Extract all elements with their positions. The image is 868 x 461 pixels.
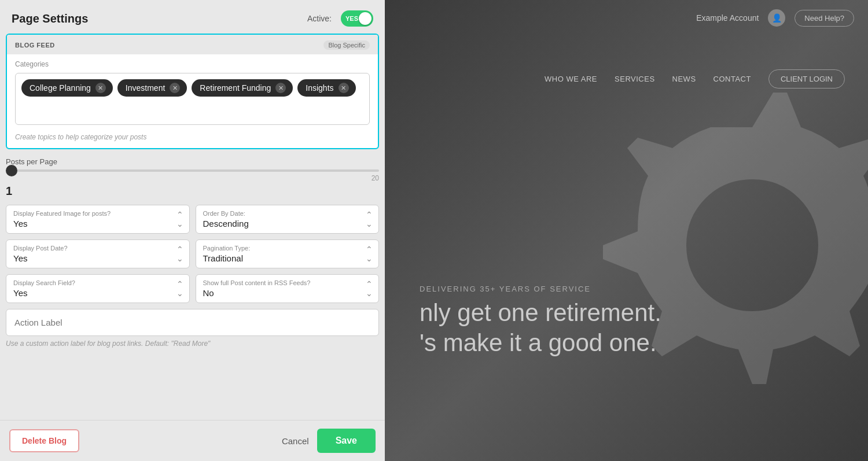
chevron-updown-icon: ⌃⌄: [176, 210, 183, 228]
hero-subtitle: DELIVERING 35+ YEARS OF SERVICE: [420, 285, 845, 293]
tag-insights[interactable]: Insights ✕: [297, 79, 355, 97]
dropdown-rss-feed[interactable]: Show full Post content in RSS Feeds? No …: [196, 274, 380, 303]
dropdown-value: Yes: [13, 219, 182, 228]
client-login-button[interactable]: CLIENT LOGIN: [768, 69, 845, 88]
account-avatar: 👤: [768, 9, 785, 27]
hero-title-line1: nly get one retirement.: [420, 299, 845, 327]
action-label-hint: Use a custom action label for blog post …: [6, 340, 379, 348]
chevron-updown-icon: ⌃⌄: [176, 279, 183, 298]
cancel-button[interactable]: Cancel: [282, 436, 309, 446]
need-help-button[interactable]: Need Help?: [795, 10, 854, 27]
nav-item-services[interactable]: SERVICES: [615, 75, 655, 83]
dropdown-pagination-type[interactable]: Pagination Type: Traditional ⌃⌄: [196, 239, 380, 268]
tag-college-planning[interactable]: College Planning ✕: [21, 79, 113, 97]
action-label-input[interactable]: [6, 309, 379, 336]
categories-hint: Create topics to help categorize your po…: [7, 128, 378, 148]
dropdown-display-featured-image[interactable]: Display Featured Image for posts? Yes ⌃⌄: [6, 205, 190, 234]
panel-footer: Delete Blog Cancel Save: [0, 420, 385, 461]
posts-per-page-label: Posts per Page: [6, 157, 379, 166]
preview-hero: DELIVERING 35+ YEARS OF SERVICE nly get …: [420, 285, 845, 357]
tag-label: College Planning: [30, 83, 91, 93]
dropdown-label: Display Post Date?: [13, 245, 182, 252]
delete-blog-button[interactable]: Delete Blog: [9, 429, 79, 452]
dropdown-value: Descending: [203, 219, 372, 228]
slider-container[interactable]: 20: [6, 169, 379, 182]
tag-remove-college-planning[interactable]: ✕: [95, 83, 106, 93]
active-toggle[interactable]: YES: [341, 10, 373, 27]
dropdown-label: Show full Post content in RSS Feeds?: [203, 279, 372, 286]
blog-feed-title: BLOG FEED: [15, 42, 55, 49]
dropdowns-grid: Display Featured Image for posts? Yes ⌃⌄…: [6, 205, 379, 303]
blog-specific-badge: Blog Specific: [323, 40, 370, 50]
save-button[interactable]: Save: [317, 429, 376, 453]
tag-label: Insights: [306, 83, 333, 93]
blog-feed-header: BLOG FEED Blog Specific: [7, 35, 378, 54]
slider-value: 1: [6, 185, 379, 198]
dropdown-label: Display Featured Image for posts?: [13, 210, 182, 217]
tag-remove-insights[interactable]: ✕: [339, 83, 349, 93]
active-label: Active:: [307, 14, 332, 23]
dropdown-label: Order By Date:: [203, 210, 372, 217]
dropdown-label: Display Search Field?: [13, 279, 182, 286]
preview-nav-right: Example Account 👤 Need Help?: [696, 9, 854, 27]
panel-body: Posts per Page 20 1 Display Featured Ima…: [0, 149, 385, 420]
tags-area[interactable]: College Planning ✕ Investment ✕ Retireme…: [15, 73, 370, 125]
chevron-updown-icon: ⌃⌄: [176, 245, 183, 263]
settings-panel: Page Settings Active: YES BLOG FEED Blog…: [0, 0, 385, 461]
preview-panel: Example Account 👤 Need Help? WHO WE ARE …: [385, 0, 868, 461]
categories-container: Categories College Planning ✕ Investment…: [15, 60, 370, 125]
tag-label: Investment: [126, 83, 165, 93]
categories-label: Categories: [15, 60, 370, 68]
dropdown-value: Yes: [13, 288, 182, 298]
panel-header: Page Settings Active: YES: [0, 0, 385, 34]
slider-max: 20: [6, 174, 379, 182]
dropdown-value: Yes: [13, 253, 182, 263]
toggle-yes-label: YES: [345, 15, 358, 22]
chevron-updown-icon: ⌃⌄: [366, 279, 373, 298]
dropdown-order-by-date[interactable]: Order By Date: Descending ⌃⌄: [196, 205, 380, 234]
hero-title-line2: 's make it a good one.: [420, 329, 845, 357]
nav-item-news[interactable]: NEWS: [672, 75, 696, 83]
toggle-knob: [359, 12, 372, 25]
panel-title: Page Settings: [12, 12, 88, 25]
nav-item-who-we-are[interactable]: WHO WE ARE: [545, 75, 597, 83]
dropdown-value: Traditional: [203, 253, 372, 263]
tag-investment[interactable]: Investment ✕: [117, 79, 187, 97]
preview-nav-bar: Example Account 👤 Need Help?: [385, 0, 868, 36]
dropdown-label: Pagination Type:: [203, 245, 372, 252]
active-toggle-area: Active: YES: [307, 10, 373, 27]
tag-label: Retirement Funding: [200, 83, 271, 93]
tag-remove-retirement-funding[interactable]: ✕: [275, 83, 286, 93]
tag-remove-investment[interactable]: ✕: [170, 83, 180, 93]
chevron-updown-icon: ⌃⌄: [366, 210, 373, 228]
dropdown-value: No: [203, 288, 372, 298]
account-name: Example Account: [696, 13, 759, 23]
dropdown-display-post-date[interactable]: Display Post Date? Yes ⌃⌄: [6, 239, 190, 268]
tag-retirement-funding[interactable]: Retirement Funding ✕: [192, 79, 293, 97]
dropdown-display-search-field[interactable]: Display Search Field? Yes ⌃⌄: [6, 274, 190, 303]
nav-item-contact[interactable]: CONTACT: [713, 75, 751, 83]
footer-right: Cancel Save: [282, 429, 376, 453]
blog-feed-section: BLOG FEED Blog Specific Categories Colle…: [6, 34, 379, 149]
website-nav: WHO WE ARE SERVICES NEWS CONTACT CLIENT …: [385, 69, 868, 88]
chevron-updown-icon: ⌃⌄: [366, 245, 373, 263]
slider-track[interactable]: [6, 169, 379, 172]
slider-thumb[interactable]: [6, 165, 17, 176]
